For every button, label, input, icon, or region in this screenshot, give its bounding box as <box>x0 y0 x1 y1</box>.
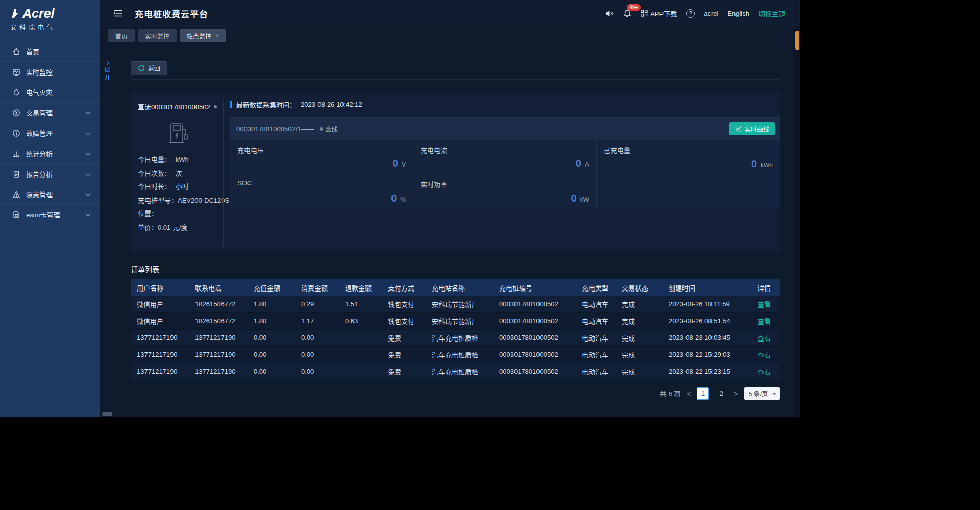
table-cell: 2023-08-22 15:23:15 <box>663 363 751 380</box>
prev-page-button[interactable]: < <box>687 390 691 398</box>
next-page-button[interactable]: > <box>733 390 738 398</box>
orders-header-row: 用户名称联系电话充值金额消费金额退款金额支付方式充电站名称充电桩编号充电类型交易… <box>131 279 780 296</box>
stat-today-energy: 今日电量：--kWh <box>138 153 218 167</box>
sidebar-item-faults[interactable]: 故障管理 <box>0 123 100 143</box>
table-cell <box>339 363 382 380</box>
logo-mark-icon <box>10 9 19 19</box>
help-icon[interactable]: ? <box>686 9 695 18</box>
metric-soc: SOC 0% <box>230 174 413 208</box>
table-cell: 完成 <box>616 363 663 380</box>
sidebar-item-label: 统计分析 <box>26 149 53 158</box>
table-cell: 18261506772 <box>189 296 248 312</box>
sidebar-item-transactions[interactable]: 交易管理 <box>0 103 100 123</box>
sidebar-expander[interactable]: 展开 <box>103 61 111 82</box>
pagination-total: 共 6 项 <box>660 388 680 398</box>
latest-time-value: 2023-08-26 10:42:12 <box>301 101 362 108</box>
order-detail-link[interactable]: 查看 <box>757 351 771 359</box>
page-1-button[interactable]: 1 <box>697 387 709 400</box>
table-cell: 免费 <box>382 346 426 363</box>
menu-fold-icon[interactable] <box>113 9 124 17</box>
sidebar-item-esim[interactable]: esim卡管理 <box>0 205 100 225</box>
gun-status-label: 离线 <box>326 125 338 133</box>
table-cell: 免费 <box>382 329 426 346</box>
sidebar-item-statistics[interactable]: 统计分析 <box>0 143 100 164</box>
vertical-scrollbar-thumb[interactable] <box>795 31 799 50</box>
theme-toggle[interactable]: 切换主题 <box>758 9 785 18</box>
horizontal-scrollbar-thumb[interactable] <box>102 412 112 416</box>
order-detail-link[interactable]: 查看 <box>757 368 771 376</box>
pagination: 共 6 项 < 1 2 > 5 条/页 <box>131 387 780 400</box>
order-detail-link[interactable]: 查看 <box>757 301 771 308</box>
chevron-down-icon <box>86 109 91 114</box>
sidebar-item-realtime-monitor[interactable]: 实时监控 <box>0 62 100 82</box>
table-cell <box>339 346 382 363</box>
charging-pile-icon <box>165 122 191 146</box>
sidebar-item-home[interactable]: 首页 <box>0 41 100 62</box>
monitor-section: 最新数据采集时间： 2023-08-26 10:42:12 0003017801… <box>224 92 780 252</box>
table-cell: 0.00 <box>295 363 339 380</box>
realtime-curve-button[interactable]: 实时曲线 <box>729 122 775 135</box>
column-header: 交易状态 <box>616 279 663 296</box>
chevron-down-icon <box>772 393 776 395</box>
device-card: 直流0003017801000502 <box>131 92 223 252</box>
gun-title: 0003017801000502/1—— <box>236 125 314 133</box>
table-row: 微信用户182615067721.800.291.51钱包支付安科瑞节能新厂00… <box>131 296 780 312</box>
table-cell: 2023-08-26 08:51:54 <box>663 312 751 329</box>
table-cell: 0003017801000502 <box>493 312 576 329</box>
vertical-scrollbar[interactable] <box>794 27 800 417</box>
fire-icon <box>12 88 20 96</box>
expander-label: 展开 <box>103 66 111 82</box>
back-button[interactable]: 返回 <box>131 61 167 75</box>
app-download-link[interactable]: APP下载 <box>641 9 677 18</box>
close-icon[interactable]: × <box>215 32 219 39</box>
table-cell: 钱包支付 <box>382 296 426 312</box>
tab-label: 首页 <box>115 32 128 40</box>
table-cell: 安科瑞节能新厂 <box>426 312 493 329</box>
gun-header: 0003017801000502/1—— 离线 实时曲线 <box>230 117 780 140</box>
stat-today-count: 今日次数：--次 <box>138 167 218 181</box>
chevron-down-icon <box>86 150 91 155</box>
main-area: 充电桩收费云平台 99+ APP下载 ? acrel English <box>100 0 794 417</box>
username[interactable]: acrel <box>704 10 718 17</box>
metric-unit: A <box>585 161 589 168</box>
table-cell: 完成 <box>616 296 663 312</box>
chevron-down-icon <box>86 171 91 176</box>
table-cell: 13771217190 <box>131 329 189 346</box>
sidebar-item-label: 交易管理 <box>26 108 53 117</box>
line-chart-icon <box>735 126 742 132</box>
table-cell: 微信用户 <box>131 312 189 329</box>
orders-table: 用户名称联系电话充值金额消费金额退款金额支付方式充电站名称充电桩编号充电类型交易… <box>131 279 780 380</box>
sidebar-item-electrical-fire[interactable]: 电气火灾 <box>0 82 100 103</box>
warning-triangle-icon <box>12 190 20 199</box>
page-size-select[interactable]: 5 条/页 <box>744 387 780 400</box>
notification-badge: 99+ <box>627 4 641 11</box>
divider <box>131 79 780 80</box>
content-area: 展开 返回 直流0003017801000502 <box>100 45 794 417</box>
table-cell: 完成 <box>616 329 663 346</box>
page-title: 充电桩收费云平台 <box>135 7 208 20</box>
page-2-button[interactable]: 2 <box>715 387 727 400</box>
column-header: 详情 <box>751 279 780 296</box>
metric-value: 0 <box>576 158 581 169</box>
notification-bell[interactable]: 99+ <box>623 9 631 18</box>
table-cell: 13771217190 <box>189 329 248 346</box>
sidebar-item-hazards[interactable]: 隐患管理 <box>0 184 100 205</box>
mute-icon[interactable] <box>605 10 614 17</box>
tab-realtime-monitor[interactable]: 实时监控 <box>138 29 177 42</box>
device-stats: 今日电量：--kWh 今日次数：--次 今日时长：--小时 充电桩型号：AEV2… <box>138 153 218 234</box>
sidebar-item-reports[interactable]: 报告分析 <box>0 164 100 184</box>
tab-home[interactable]: 首页 <box>108 29 135 42</box>
language-toggle[interactable]: English <box>727 10 749 17</box>
column-header: 退款金额 <box>339 279 382 296</box>
table-cell: 汽车充电桩质检 <box>426 346 493 363</box>
stat-unit-price: 单价：0.01 元/度 <box>138 221 218 235</box>
accent-bar <box>230 101 232 108</box>
order-detail-link[interactable]: 查看 <box>757 334 771 342</box>
horizontal-scrollbar[interactable] <box>100 411 794 417</box>
order-detail-link[interactable]: 查看 <box>757 318 771 325</box>
table-cell: 微信用户 <box>131 296 189 312</box>
tab-label: 实时监控 <box>145 32 169 40</box>
tab-station-monitor[interactable]: 站点监控 × <box>180 29 226 42</box>
table-cell: 电动汽车 <box>576 329 616 346</box>
back-icon <box>138 65 145 72</box>
